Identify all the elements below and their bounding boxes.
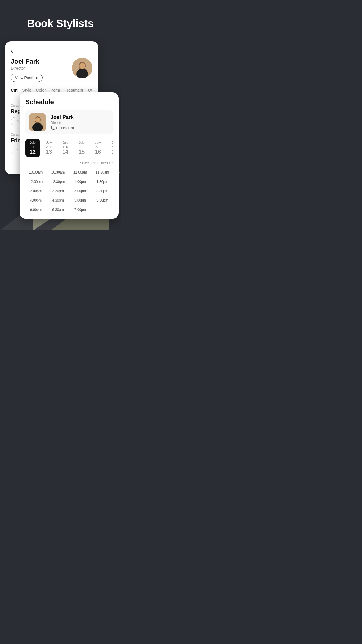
date-dayname-sat: Sat — [96, 145, 101, 148]
time-130pm[interactable]: 1.30pm — [92, 178, 113, 185]
time-400pm[interactable]: 4.00pm — [25, 197, 46, 204]
schedule-stylist-role: Director — [50, 120, 74, 125]
date-dayname-tue: Tue — [30, 145, 36, 148]
time-630pm[interactable]: 6.30pm — [48, 206, 68, 213]
date-dayname-fri: Fri — [80, 145, 84, 148]
svg-point-7 — [35, 117, 40, 123]
time-230pm[interactable]: 2.30pm — [48, 188, 68, 194]
time-1100am[interactable]: 11.00am — [70, 169, 91, 176]
schedule-card: Schedule Joel Park Director 📞 Call Branc… — [20, 92, 119, 219]
date-fri-15[interactable]: July Fri 15 — [74, 139, 89, 158]
date-thu-14[interactable]: July Thu 14 — [58, 139, 73, 158]
time-1000am[interactable]: 10.00am — [25, 169, 46, 176]
time-500pm[interactable]: 5.00pm — [70, 197, 91, 204]
cards-container: ‹ Joel Park Director View Portfolio Cut … — [0, 41, 121, 219]
calendar-link[interactable]: Select from Calendar — [25, 161, 113, 165]
date-month-sun: July — [111, 141, 113, 144]
date-month-tue: July — [30, 141, 36, 144]
time-530pm[interactable]: 5.30pm — [92, 197, 113, 204]
time-600pm[interactable]: 6.00pm — [25, 206, 46, 213]
date-dayname-wed: Wed — [46, 145, 52, 148]
schedule-call-branch[interactable]: 📞 Call Branch — [50, 126, 74, 130]
date-num-fri: 15 — [79, 149, 85, 155]
time-empty — [92, 206, 113, 213]
back-button[interactable]: ‹ — [11, 47, 13, 55]
time-700pm[interactable]: 7.00pm — [70, 206, 91, 213]
time-330pm[interactable]: 3.30pm — [92, 188, 113, 194]
tab-cut[interactable]: Cut — [11, 85, 17, 95]
time-1230pm[interactable]: 12.30pm — [48, 178, 68, 185]
schedule-title: Schedule — [25, 98, 113, 106]
date-num-sun: 17 — [111, 149, 113, 155]
date-tue-12[interactable]: July Tue 12 — [25, 139, 40, 158]
time-1030am[interactable]: 10.30am — [48, 169, 68, 176]
time-1200pm[interactable]: 12.00pm — [25, 178, 46, 185]
time-100pm[interactable]: 1.00pm — [70, 178, 91, 185]
stylist-name: Joel Park — [11, 58, 43, 65]
date-month-fri: July — [79, 141, 85, 144]
time-1130am[interactable]: 11.30am — [92, 169, 113, 176]
time-200pm[interactable]: 2.00pm — [25, 188, 46, 194]
date-selector: July Tue 12 July Wed 13 July Thu 14 July… — [25, 139, 113, 158]
time-slots-grid: 10.00am 10.30am 11.00am 11.30am 12.00pm … — [25, 169, 113, 213]
date-wed-13[interactable]: July Wed 13 — [42, 139, 56, 158]
date-month-thu: July — [62, 141, 68, 144]
page-title: Book Stylists — [0, 0, 121, 41]
date-sat-16[interactable]: July Sat 16 — [91, 139, 105, 158]
time-430pm[interactable]: 4.30pm — [48, 197, 68, 204]
stylist-role: Director — [11, 66, 43, 71]
date-month-sat: July — [95, 141, 101, 144]
date-dayname-thu: Thu — [63, 145, 68, 148]
date-dayname-sun: Sun — [111, 145, 113, 148]
stylist-details: Joel Park Director View Portfolio — [11, 58, 43, 82]
call-label: Call Branch — [56, 126, 74, 130]
stylist-info: Joel Park Director View Portfolio — [11, 58, 92, 82]
svg-point-3 — [79, 63, 85, 69]
schedule-stylist-name: Joel Park — [50, 114, 74, 120]
stylist-avatar — [72, 58, 92, 78]
phone-icon: 📞 — [50, 126, 55, 130]
date-num-wed: 13 — [46, 149, 52, 155]
date-month-wed: July — [46, 141, 52, 144]
time-300pm[interactable]: 3.00pm — [70, 188, 91, 194]
portfolio-button[interactable]: View Portfolio — [11, 74, 43, 82]
schedule-stylist-info: Joel Park Director 📞 Call Branch — [25, 110, 113, 134]
schedule-stylist-details: Joel Park Director 📞 Call Branch — [50, 114, 74, 130]
date-num-tue: 12 — [30, 149, 36, 155]
schedule-stylist-avatar — [29, 113, 46, 131]
date-num-sat: 16 — [95, 149, 101, 155]
date-num-thu: 14 — [62, 149, 68, 155]
date-sun-17[interactable]: July Sun 17 — [107, 139, 113, 158]
